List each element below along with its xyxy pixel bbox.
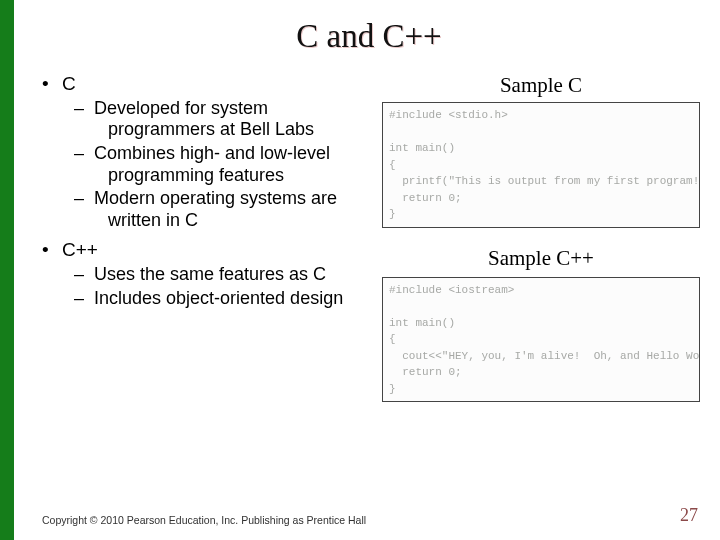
bullet-c: C (38, 73, 372, 96)
bullet-c-sub: Combines high- and low-level programming… (52, 143, 372, 186)
page-number: 27 (680, 505, 698, 526)
bullet-c-sub: Modern operating systems are written in … (52, 188, 372, 231)
bullet-cpp: C++ (38, 239, 372, 262)
sample-cpp-label: Sample C++ (382, 246, 700, 271)
slide-title: C and C++ (38, 18, 700, 55)
sample-cpp-code: #include <iostream> int main() { cout<<"… (382, 277, 700, 403)
copyright-footer: Copyright © 2010 Pearson Education, Inc.… (42, 514, 366, 526)
sample-c-code: #include <stdio.h> int main() { printf("… (382, 102, 700, 228)
slide-body: C Developed for system programmers at Be… (38, 73, 700, 402)
bullet-cpp-sub: Includes object-oriented design (52, 288, 372, 310)
left-column: C Developed for system programmers at Be… (38, 73, 372, 402)
sample-c-label: Sample C (382, 73, 700, 98)
bullet-cpp-sub: Uses the same features as C (52, 264, 372, 286)
slide: C and C++ C Developed for system program… (0, 0, 720, 540)
bullet-c-sub: Developed for system programmers at Bell… (52, 98, 372, 141)
right-column: Sample C #include <stdio.h> int main() {… (382, 73, 700, 402)
